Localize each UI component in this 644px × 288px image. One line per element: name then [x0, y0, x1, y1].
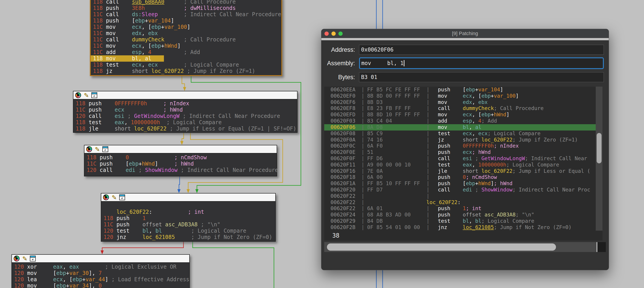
asm-line[interactable]: 11C call dummyCheck ; Call Procedure: [93, 37, 279, 43]
asm-line[interactable]: 120 xor eax, eax ; Logical Exclusive OR: [14, 264, 187, 270]
listing-row[interactable]: 00620EF6|8B D3|mov edx, ebx: [324, 99, 596, 105]
listing-row[interactable]: 00620F22||: [324, 193, 596, 199]
graph-node-block-620f0c[interactable]: ✎⇄118 push 0FFFFFFF0h ; nIndex11C push e…: [73, 91, 298, 133]
listing-row[interactable]: 00620F0E|51|push ecx; hWnd: [324, 149, 596, 156]
asm-line[interactable]: loc_620F22: ; int: [104, 209, 273, 215]
asm-line[interactable]: 11C mov edx, ebx: [93, 30, 279, 37]
listing-address: 00620F22: [324, 193, 361, 199]
listing-address: 00620F06: [324, 124, 361, 130]
column-separator: |: [361, 162, 367, 168]
asm-line[interactable]: 11C push offset asc_ADB3A8 ; "\n": [104, 221, 273, 228]
asm-line[interactable]: 11C push ecx ; hWnd: [76, 107, 295, 113]
listing-row[interactable]: 00620F18|6A 00|push 0; nCmdShow: [324, 174, 596, 181]
listing-address: 00620F16: [324, 168, 361, 174]
column-separator: |: [361, 105, 367, 112]
titlebar-separator: [321, 38, 609, 40]
listing-bytes: A9 00 00 00 10: [367, 162, 426, 168]
asm-line[interactable]: 120 jnz loc_621085 ; Jump if Not Zero (Z…: [104, 234, 273, 240]
listing-row[interactable]: 00620F03|83 C4 04|add esp, 4; Add: [324, 118, 596, 124]
asm-line[interactable]: 118 call sub_6BBAA0 ; Call Procedure: [93, 0, 279, 5]
listing-row[interactable]: 00620F0A|74 16|jz short loc_620F22; Jump…: [324, 137, 596, 143]
listing-row[interactable]: 00620F0F|FF D6|call esi ; GetWindowLongW…: [324, 156, 596, 162]
vertical-scrollbar-thumb[interactable]: [596, 133, 602, 163]
node-body: 118 push 0 ; nCmdShow11C push [ebp+hWnd]…: [84, 154, 277, 174]
column-separator: |: [361, 156, 367, 162]
column-separator: |: [426, 218, 438, 224]
listing-row[interactable]: 00620F08|85 C9|test ecx, ecx; Logical Co…: [324, 130, 596, 137]
listing-code: call esi ; GetWindowLongW; Indirect Call…: [438, 156, 596, 162]
horizontal-scrollbar[interactable]: [324, 242, 596, 252]
horizontal-scrollbar-thumb[interactable]: [327, 243, 556, 251]
asm-line[interactable]: 118 push [ebp+var_104]: [93, 18, 279, 24]
color-wheel-icon: [103, 194, 109, 200]
dialog-titlebar[interactable]: [9] Patching: [321, 29, 609, 38]
listing-row[interactable]: 00620F22|6A 01|push 1; int: [324, 205, 596, 212]
asm-line[interactable]: 120 call edi ; ShowWindow ; Indirect Cal…: [87, 167, 274, 173]
column-separator: |: [426, 224, 438, 231]
asm-line[interactable]: 118 push 3E8h ; dwMilliseconds: [93, 5, 279, 11]
graph-node-block-620f18[interactable]: ✎⇄118 push 0 ; nCmdShow11C push [ebp+hWn…: [84, 145, 277, 176]
graph-node-block-621085[interactable]: ✎⇄120 xor eax, eax ; Logical Exclusive O…: [12, 254, 190, 288]
asm-line[interactable]: 118 push 1: [104, 215, 273, 221]
asm-line[interactable]: 118 push 0FFFFFFF0h ; nIndex: [76, 100, 295, 107]
node-header: ✎⇄: [74, 91, 297, 99]
column-separator: |: [426, 124, 438, 130]
asm-line[interactable]: 118 jle short loc_620F22 ; Jump if Less …: [76, 125, 295, 132]
listing-row[interactable]: 00620F20|FF D7|call edi ; ShowWindow; In…: [324, 187, 596, 193]
asm-line[interactable]: 11C mov ecx, [ebp+var_100]: [93, 24, 279, 30]
listing-row[interactable]: 00620F29|84 DB|test bl, bl; Logical Comp…: [324, 218, 596, 224]
listing-code: loc_620F22:: [426, 199, 596, 206]
listing-code: mov bl, al: [438, 124, 596, 130]
address-input[interactable]: 0x00620F06: [359, 45, 604, 55]
resize-corner[interactable]: [597, 242, 606, 252]
listing-row[interactable]: 00620F2B|0F 85 54 01 00 00|jnz loc_62108…: [324, 224, 596, 231]
node-header: ✎⇄: [101, 194, 275, 202]
graph-node-block-620ee4[interactable]: 118 call sub_6BBAA0 ; Call Procedure118 …: [90, 0, 282, 76]
edit-icon: ✎: [111, 194, 117, 200]
asm-line[interactable]: 11C mov ecx, [ebp+hWnd]: [93, 43, 279, 49]
column-separator: |: [361, 212, 367, 218]
listing-row[interactable]: 00620F22|loc_620F22:: [324, 199, 596, 206]
listing-code: push ecx; hWnd: [438, 149, 596, 156]
asm-line[interactable]: 118 mov bl, al: [91, 55, 279, 62]
disassembly-listing[interactable]: 00620EEA|FF B5 FC FE FF FF|push [ebp+var…: [324, 87, 596, 231]
listing-row[interactable]: 00620F1A|FF B5 10 FF FF FF|push [ebp+hWn…: [324, 181, 596, 187]
listing-row[interactable]: 00620EFD|8B 8D 10 FF FF FF|mov ecx, [ebp…: [324, 112, 596, 118]
bytes-input[interactable]: B3 01: [359, 72, 604, 82]
asm-line[interactable]: 120 call esi ; GetWindowLongW ; Indirect…: [76, 113, 295, 119]
listing-row[interactable]: 00620EEA|FF B5 FC FE FF FF|push [ebp+var…: [324, 87, 596, 93]
listing-code: push 1; int: [438, 205, 596, 212]
listing-code: push 0FFFFFFF0h; nIndex: [438, 143, 596, 149]
asm-line[interactable]: 11C call ds:Sleep ; Indirect Call Near P…: [93, 11, 279, 18]
listing-row[interactable]: 00620F0C|6A F0|push 0FFFFFFF0h; nIndex: [324, 143, 596, 149]
listing-row[interactable]: 00620F11|A9 00 00 00 10|test eax, 100000…: [324, 162, 596, 168]
asm-line[interactable]: 120 mov [ebp+var_34], 0: [14, 282, 187, 288]
listing-bytes: 7E 0A: [367, 168, 426, 174]
asm-line[interactable]: 120 lea ecx, [ebp+var_44] ; Load Effecti…: [14, 276, 187, 282]
asm-line[interactable]: 118 push 0 ; nCmdShow: [87, 154, 274, 161]
asm-line[interactable]: 120 test bl, bl ; Logical Compare: [104, 228, 273, 234]
listing-row[interactable]: 00620F16|7E 0A|jle short loc_620F22; Jum…: [324, 168, 596, 174]
graph-node-block-620f22[interactable]: ✎⇄ loc_620F22: ; int118 push 111C push o…: [101, 193, 276, 242]
listing-address: 00620EF6: [324, 99, 361, 105]
asm-line[interactable]: 120 mov [ebp+var_30], 7: [14, 270, 187, 276]
asm-line[interactable]: 11C push [ebp+hWnd] ; hWnd: [87, 161, 274, 167]
column-separator: |: [426, 137, 438, 143]
listing-code: mov ecx, [ebp+var_100]: [438, 93, 596, 99]
listing-bytes: 83 C4 04: [367, 118, 426, 124]
listing-address: 00620F24: [324, 212, 361, 218]
listing-address: 00620F1A: [324, 181, 361, 187]
asm-line[interactable]: 118 test ecx, ecx ; Logical Compare: [93, 62, 279, 68]
assembly-input[interactable]: mov bl, 1: [359, 57, 604, 69]
listing-row[interactable]: 00620F06|8A D8|mov bl, al: [324, 124, 596, 130]
listing-row[interactable]: 00620EF0|8B 8D 00 FF FF FF|mov ecx, [ebp…: [324, 93, 596, 99]
asm-line[interactable]: 118 jz short loc_620F22 ; Jump if Zero (…: [93, 68, 279, 74]
asm-line[interactable]: 11C add esp, 4 ; Add: [93, 49, 279, 55]
column-separator: |: [361, 174, 367, 181]
asm-line[interactable]: 118 test eax, 10000000h ; Logical Compar…: [76, 119, 295, 125]
listing-row[interactable]: 00620EF8|E8 23 FB FF FF|call dummyCheck;…: [324, 105, 596, 112]
vertical-scrollbar[interactable]: [596, 87, 602, 231]
listing-row[interactable]: 00620F24|68 A8 B3 AD 00|push offset asc_…: [324, 212, 596, 218]
asm-line[interactable]: [104, 203, 273, 209]
listing-bytes: 0F 85 54 01 00 00: [367, 224, 426, 231]
